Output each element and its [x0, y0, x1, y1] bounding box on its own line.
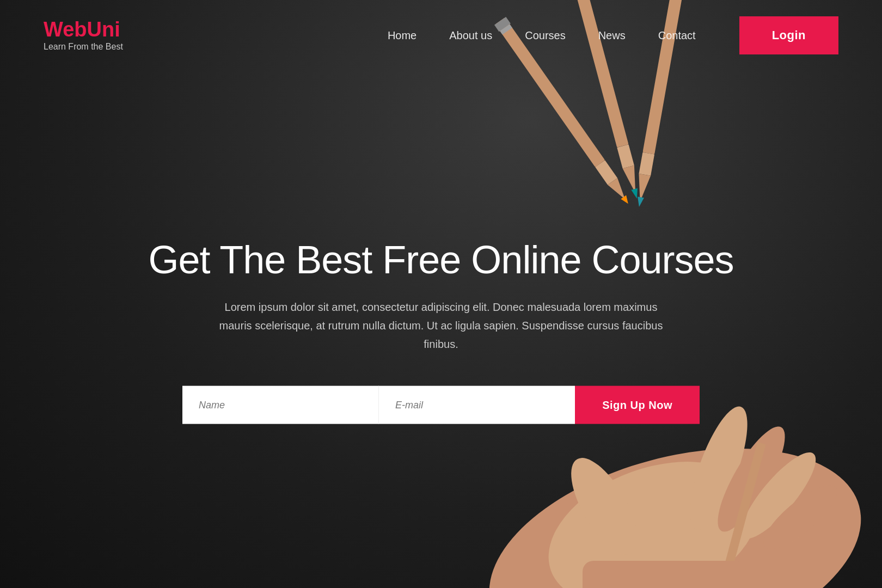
logo-tagline: Learn From the Best: [44, 42, 123, 52]
signup-button[interactable]: Sign Up Now: [575, 386, 700, 424]
navbar: WebUni Learn From the Best Home About us…: [0, 0, 882, 71]
nav-item-contact[interactable]: Contact: [658, 29, 696, 42]
name-input[interactable]: [182, 386, 379, 424]
nav-item-about[interactable]: About us: [449, 29, 492, 42]
svg-rect-29: [583, 561, 746, 588]
svg-rect-7: [617, 144, 634, 168]
hero-description: Lorem ipsum dolor sit amet, consectetur …: [210, 298, 672, 353]
logo-web: Web: [44, 18, 87, 41]
hero-section: WebUni Learn From the Best Home About us…: [0, 0, 882, 588]
nav-link-news[interactable]: News: [598, 29, 626, 41]
hero-title: Get The Best Free Online Courses: [142, 238, 740, 281]
nav-item-news[interactable]: News: [598, 29, 626, 42]
signup-form: Sign Up Now: [182, 386, 700, 424]
nav-link-home[interactable]: Home: [388, 29, 416, 41]
nav-link-contact[interactable]: Contact: [658, 29, 696, 41]
svg-marker-15: [636, 197, 644, 207]
email-input[interactable]: [379, 386, 575, 424]
logo[interactable]: WebUni Learn From the Best: [44, 19, 123, 52]
logo-uni: Uni: [87, 18, 120, 41]
logo-brand: WebUni: [44, 19, 123, 40]
nav-item-home[interactable]: Home: [388, 29, 416, 42]
nav-link-about[interactable]: About us: [449, 29, 492, 41]
nav-item-courses[interactable]: Courses: [525, 29, 565, 42]
nav-links: Home About us Courses News Contact: [388, 29, 696, 42]
login-button[interactable]: Login: [739, 16, 838, 54]
hero-content: Get The Best Free Online Courses Lorem i…: [142, 238, 740, 424]
nav-link-courses[interactable]: Courses: [525, 29, 565, 41]
svg-rect-13: [639, 152, 654, 176]
